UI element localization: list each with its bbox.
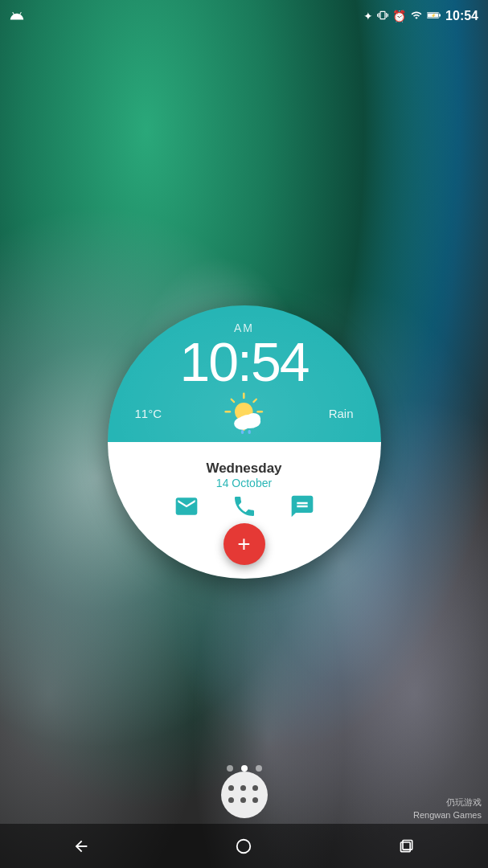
home-button[interactable] [223, 830, 264, 862]
dot-1 [227, 765, 233, 772]
status-bar: ✦ ⏰ ⚡ 10:54 [0, 0, 488, 32]
status-left [10, 9, 24, 23]
vibrate-icon [377, 10, 388, 23]
svg-rect-1 [439, 14, 441, 17]
status-time: 10:54 [445, 9, 478, 23]
widget-circle: AM 10:54 11°C [108, 305, 381, 579]
date-label: 14 October [206, 477, 281, 489]
messages-icon[interactable] [288, 492, 317, 521]
status-right: ✦ ⏰ ⚡ 10:54 [363, 9, 478, 23]
bluetooth-icon: ✦ [363, 10, 373, 22]
android-icon [10, 9, 24, 23]
svg-line-10 [253, 421, 256, 424]
widget-top: AM 10:54 11°C [108, 305, 381, 442]
svg-point-12 [238, 415, 260, 428]
page-dots [227, 765, 262, 772]
svg-line-9 [231, 399, 233, 402]
dot-2 [241, 765, 248, 772]
fab-add-button[interactable]: + [223, 523, 265, 565]
temperature-label: 11°C [135, 407, 162, 420]
svg-line-11 [253, 399, 256, 402]
alarm-icon: ⏰ [392, 10, 406, 22]
widget-bottom: Wednesday 14 October [108, 442, 381, 579]
quick-actions [172, 492, 317, 521]
watermark-en: Rengwan Games [413, 809, 482, 821]
clock-widget: AM 10:54 11°C [108, 305, 381, 579]
day-date-block: Wednesday 14 October [206, 454, 281, 489]
weather-row: 11°C [135, 392, 354, 434]
dot-3 [256, 765, 262, 772]
am-pm-label: AM [234, 321, 254, 334]
signal-icon [410, 10, 423, 23]
phone-icon[interactable] [230, 492, 259, 521]
svg-point-15 [241, 430, 244, 434]
app-drawer-button[interactable] [221, 772, 268, 818]
weather-condition: Rain [329, 407, 354, 420]
svg-point-14 [247, 413, 260, 424]
time-display: 10:54 [179, 334, 308, 389]
svg-text:⚡: ⚡ [431, 13, 437, 18]
recents-button[interactable] [387, 830, 427, 862]
watermark: 仍玩游戏 Rengwan Games [413, 796, 482, 821]
email-icon[interactable] [172, 492, 201, 521]
nav-bar [0, 824, 488, 868]
svg-point-13 [234, 417, 251, 430]
svg-point-4 [235, 403, 253, 421]
weather-icon [224, 392, 266, 434]
svg-point-16 [248, 430, 250, 434]
watermark-cn: 仍玩游戏 [413, 796, 482, 809]
back-button[interactable] [61, 830, 101, 862]
battery-icon: ⚡ [427, 10, 441, 23]
svg-point-17 [237, 839, 251, 853]
day-name: Wednesday [206, 461, 281, 477]
grid-dots-icon [228, 785, 260, 805]
